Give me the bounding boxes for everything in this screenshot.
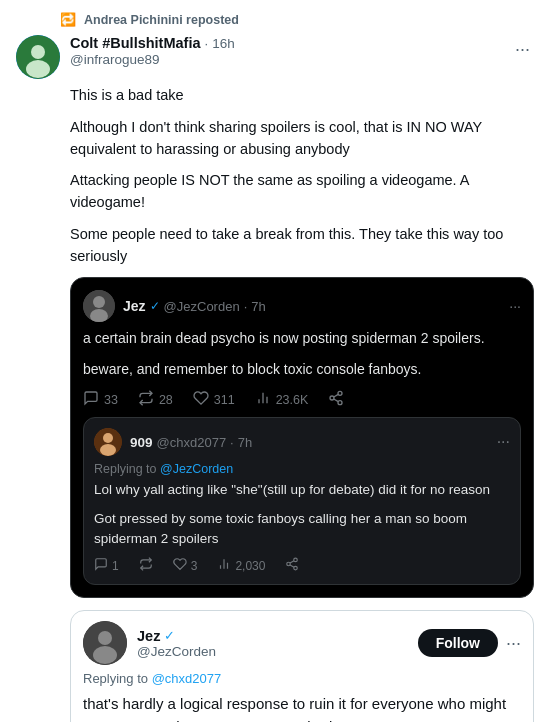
tweet-text: This is a bad take Although I don't thin… — [70, 85, 534, 267]
user-name-row: Colt #BullshitMafia · 16h — [70, 35, 501, 51]
tweet-container: 🔁 Andrea Pichinini reposted Colt #Bullsh… — [0, 0, 550, 722]
tweet-line-4: Some people need to take a break from th… — [70, 224, 534, 268]
svg-line-23 — [290, 565, 294, 567]
reply-name-row: Jez ✓ — [137, 628, 410, 644]
qt-text-1: a certain brain dead psycho is now posti… — [83, 328, 521, 349]
qt-share-action[interactable] — [328, 390, 344, 409]
svg-point-20 — [294, 558, 298, 562]
nq-like-action[interactable]: 3 — [173, 557, 198, 574]
user-name[interactable]: Colt #BullshitMafia — [70, 35, 201, 51]
tweet-line-1: This is a bad take — [70, 85, 534, 107]
svg-point-1 — [31, 45, 45, 59]
svg-line-12 — [334, 399, 339, 402]
repost-header: 🔁 Andrea Pichinini reposted — [60, 12, 534, 27]
svg-point-10 — [330, 396, 334, 400]
nq-comment-count: 1 — [112, 559, 119, 573]
qt-more-button[interactable]: ··· — [509, 298, 521, 314]
user-info: Colt #BullshitMafia · 16h @infrarogue89 — [70, 35, 501, 67]
nq-share-action[interactable] — [285, 557, 299, 574]
follow-button[interactable]: Follow — [418, 629, 498, 657]
avatar-image — [16, 35, 60, 79]
nq-avatar[interactable] — [94, 428, 122, 456]
reply-more-button[interactable]: ··· — [506, 633, 521, 654]
nq-views-action[interactable]: 2,030 — [217, 557, 265, 574]
nq-header: 909 @chxd2077 · 7h ··· — [94, 428, 510, 456]
nq-info: 909 @chxd2077 · 7h — [130, 435, 252, 450]
qt-actions: 33 28 311 — [83, 390, 521, 409]
qt-time: 7h — [251, 299, 265, 314]
time-ago: 16h — [212, 36, 235, 51]
qt-handle[interactable]: @JezCorden — [164, 299, 240, 314]
reply-to-handle[interactable]: @chxd2077 — [152, 671, 222, 686]
reply-text: that's hardly a logical response to ruin… — [71, 692, 533, 722]
avatar[interactable] — [16, 35, 60, 79]
nq-views-count: 2,030 — [235, 559, 265, 573]
qt-text-2: beware, and remember to block toxic cons… — [83, 359, 521, 380]
reply-user-name[interactable]: Jez — [137, 628, 160, 644]
qt-avatar[interactable] — [83, 290, 115, 322]
nq-actions: 1 3 — [94, 557, 510, 574]
qt-user-name[interactable]: Jez — [123, 298, 146, 314]
svg-point-27 — [93, 646, 117, 664]
qt-views-count: 23.6K — [276, 393, 309, 407]
nq-text-1: Lol why yall acting like "she"(still up … — [94, 480, 510, 500]
svg-line-24 — [290, 561, 294, 563]
tweet-body: This is a bad take Although I don't thin… — [70, 85, 534, 722]
more-options-button[interactable]: ··· — [511, 35, 534, 64]
nq-comment-icon — [94, 557, 108, 574]
user-handle-row: @infrarogue89 — [70, 51, 501, 67]
qt-dot: · — [244, 299, 248, 314]
qt-views-action[interactable]: 23.6K — [255, 390, 309, 409]
nq-user-name[interactable]: 909 — [130, 435, 153, 450]
quoted-tweet-jez: Jez ✓ @JezCorden · 7h ··· a certain brai… — [70, 277, 534, 598]
svg-line-13 — [334, 395, 339, 398]
nq-views-icon — [217, 557, 231, 574]
reply-section: Jez ✓ @JezCorden Follow ··· Replying to … — [70, 610, 534, 722]
nq-time: 7h — [238, 435, 252, 450]
repost-icon: 🔁 — [60, 12, 76, 27]
qt-share-icon — [328, 390, 344, 409]
qt-verified-badge: ✓ — [150, 299, 160, 313]
svg-point-26 — [98, 631, 112, 645]
reply-verified-badge: ✓ — [164, 628, 175, 643]
qt-retweet-icon — [138, 390, 154, 409]
reply-header: Jez ✓ @JezCorden Follow ··· — [71, 611, 533, 671]
nq-like-count: 3 — [191, 559, 198, 573]
reply-to-line: Replying to @chxd2077 — [71, 671, 533, 692]
qt-header: Jez ✓ @JezCorden · 7h ··· — [83, 290, 521, 322]
nq-reply-to: Replying to @JezCorden — [94, 462, 510, 476]
tweet-line-3: Attacking people IS NOT the same as spoi… — [70, 170, 534, 214]
tweet-header: Colt #BullshitMafia · 16h @infrarogue89 … — [16, 35, 534, 79]
qt-retweet-count: 28 — [159, 393, 173, 407]
svg-point-9 — [338, 392, 342, 396]
nq-more-button[interactable]: ··· — [497, 433, 510, 451]
tweet-line-2: Although I don't think sharing spoilers … — [70, 117, 534, 161]
repost-label: Andrea Pichinini reposted — [84, 13, 239, 27]
nq-like-icon — [173, 557, 187, 574]
svg-point-4 — [93, 296, 105, 308]
reply-avatar[interactable] — [83, 621, 127, 665]
reply-user-handle[interactable]: @JezCorden — [137, 644, 410, 659]
nq-reply-handle[interactable]: @JezCorden — [160, 462, 233, 476]
qt-like-count: 311 — [214, 393, 235, 407]
nq-retweet-icon — [139, 557, 153, 574]
nq-share-icon — [285, 557, 299, 574]
nq-user-handle[interactable]: @chxd2077 — [157, 435, 227, 450]
dot-separator: · — [205, 36, 209, 51]
qt-retweet-action[interactable]: 28 — [138, 390, 173, 409]
nq-comment-action[interactable]: 1 — [94, 557, 119, 574]
nq-retweet-action[interactable] — [139, 557, 153, 574]
qt-like-action[interactable]: 311 — [193, 390, 235, 409]
qt-views-icon — [255, 390, 271, 409]
svg-point-2 — [26, 60, 50, 78]
svg-point-15 — [103, 433, 113, 443]
quoted-tweet-inner: Jez ✓ @JezCorden · 7h ··· a certain brai… — [71, 278, 533, 597]
svg-point-11 — [338, 401, 342, 405]
qt-comment-action[interactable]: 33 — [83, 390, 118, 409]
nq-dot: · — [230, 435, 234, 450]
svg-point-16 — [100, 444, 116, 456]
reply-user-info: Jez ✓ @JezCorden — [137, 628, 410, 659]
qt-user-info: Jez ✓ @JezCorden · 7h — [123, 298, 501, 314]
qt-avatar-image — [83, 290, 115, 322]
user-handle[interactable]: @infrarogue89 — [70, 52, 160, 67]
